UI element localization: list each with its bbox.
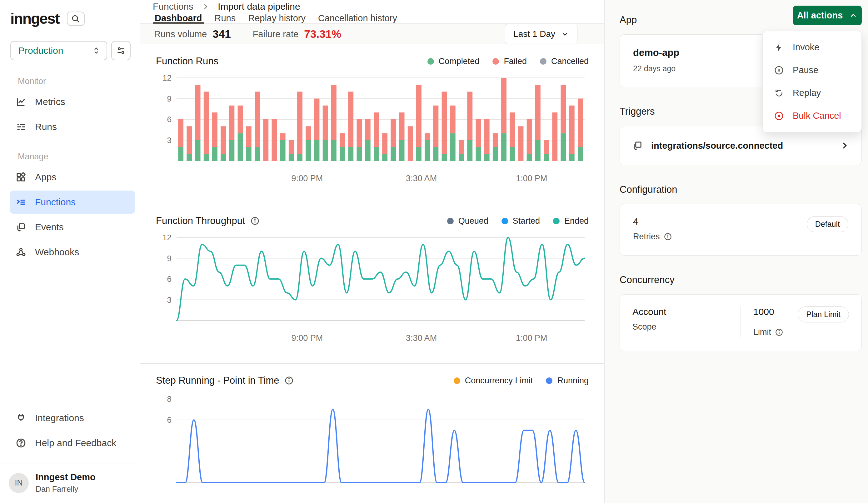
- user-info: Inngest Demo Dan Farrelly: [35, 472, 96, 494]
- svg-text:3: 3: [167, 295, 172, 305]
- search-icon: [71, 14, 80, 23]
- menu-item-replay[interactable]: Replay: [763, 82, 861, 104]
- info-icon[interactable]: [664, 233, 672, 241]
- user-subtitle: Dan Farrelly: [35, 484, 96, 494]
- step-running-chart: 68: [156, 391, 587, 503]
- svg-text:3:30 AM: 3:30 AM: [406, 333, 437, 343]
- chevron-right-icon: [202, 2, 210, 11]
- sidebar-item-integrations[interactable]: Integrations: [10, 407, 135, 430]
- events-windows-icon: [16, 222, 26, 233]
- legend-concurrency-limit: Concurrency Limit: [454, 376, 533, 386]
- breadcrumb-current: Import data pipeline: [218, 1, 300, 12]
- replay-arrow-icon: [774, 88, 784, 98]
- sidebar-item-label: Integrations: [35, 413, 84, 423]
- tab-cancellation-history[interactable]: Cancellation history: [312, 13, 403, 23]
- started-dot: [502, 218, 508, 224]
- user-name: Inngest Demo: [35, 472, 96, 482]
- sidebar-item-events[interactable]: Events: [10, 216, 135, 239]
- search-button[interactable]: [67, 12, 85, 26]
- sidebar-item-help[interactable]: Help and Feedback: [10, 431, 135, 454]
- svg-text:6: 6: [167, 115, 172, 124]
- chevron-updown-icon: [92, 46, 101, 55]
- info-icon[interactable]: [284, 376, 294, 385]
- breadcrumb: Functions Import data pipeline: [153, 1, 300, 12]
- sidebar-item-webhooks[interactable]: Webhooks: [10, 240, 135, 264]
- sliders-icon: [116, 45, 126, 55]
- bolt-icon: [774, 42, 784, 52]
- chevron-down-icon: [561, 30, 569, 38]
- menu-item-bulk-cancel[interactable]: Bulk Cancel: [763, 104, 861, 127]
- info-icon[interactable]: [250, 216, 260, 226]
- step-running-title: Step Running - Point in Time: [156, 375, 279, 386]
- svg-text:12: 12: [163, 233, 172, 242]
- ended-dot: [553, 218, 560, 224]
- sidebar-section-monitor: Monitor: [18, 76, 140, 86]
- user-menu[interactable]: IN Inngest Demo Dan Farrelly: [0, 464, 140, 503]
- all-actions-button[interactable]: All actions: [793, 6, 862, 25]
- sidebar-item-functions[interactable]: Functions: [10, 191, 135, 214]
- topbar: Functions Import data pipeline: [140, 0, 604, 13]
- all-actions-label: All actions: [797, 10, 843, 21]
- function-throughput-legend: Queued Started Ended: [447, 216, 589, 226]
- retries-block: 4 Retries: [633, 216, 672, 242]
- function-runs-header: Function Runs Completed Failed Cancelled: [156, 55, 589, 67]
- stat-failure-rate: Failure rate 73.31%: [253, 28, 341, 40]
- sidebar-item-label: Apps: [35, 172, 56, 183]
- default-badge: Default: [807, 216, 848, 232]
- sidebar-item-label: Help and Feedback: [35, 438, 116, 448]
- event-copy-icon: [632, 140, 643, 151]
- sidebar-item-label: Metrics: [35, 96, 65, 107]
- menu-item-label: Pause: [793, 65, 818, 75]
- time-range-select[interactable]: Last 1 Day: [505, 24, 577, 44]
- x-circle-icon: [774, 111, 784, 121]
- svg-text:9:00 PM: 9:00 PM: [291, 174, 323, 183]
- sidebar-item-runs[interactable]: Runs: [10, 115, 135, 138]
- tab-dashboard[interactable]: Dashboard: [148, 13, 208, 23]
- inngest-dashboard: inngest Production Monitor: [0, 0, 868, 503]
- environment-filter-button[interactable]: [111, 41, 131, 60]
- sidebar-item-label: Events: [35, 222, 64, 233]
- sidebar-item-label: Webhooks: [35, 247, 79, 257]
- runs-volume-value: 341: [213, 28, 230, 40]
- failure-rate-label: Failure rate: [253, 29, 299, 39]
- menu-item-label: Invoke: [793, 42, 819, 52]
- chart-line-icon: [16, 96, 26, 107]
- breadcrumb-functions-link[interactable]: Functions: [153, 1, 194, 12]
- tab-replay-history[interactable]: Replay history: [242, 13, 312, 23]
- step-running-header: Step Running - Point in Time Concurrency…: [156, 375, 589, 386]
- sidebar-item-metrics[interactable]: Metrics: [10, 90, 135, 113]
- svg-text:9: 9: [167, 94, 172, 103]
- function-runs-card: Function Runs Completed Failed Cancelled…: [140, 44, 604, 204]
- menu-item-pause[interactable]: Pause: [763, 59, 861, 82]
- main-content: Functions Import data pipeline Dashboard…: [140, 0, 604, 503]
- svg-text:6: 6: [167, 274, 172, 284]
- stat-runs-volume: Runs volume 341: [154, 28, 231, 40]
- function-throughput-header: Function Throughput Queued Started Ended: [156, 215, 589, 226]
- environment-select[interactable]: Production: [10, 41, 107, 60]
- logo-row: inngest: [0, 0, 140, 27]
- concurrency-scope-block: Account Scope: [620, 307, 741, 337]
- menu-item-label: Bulk Cancel: [793, 111, 841, 121]
- concurrency-heading: Concurrency: [620, 274, 862, 286]
- sidebar-item-apps[interactable]: Apps: [10, 166, 135, 189]
- svg-text:12: 12: [163, 73, 172, 82]
- menu-item-invoke[interactable]: Invoke: [763, 36, 861, 59]
- limit-value: 1000: [753, 307, 774, 317]
- concurrency-limit-dot: [454, 377, 460, 384]
- svg-text:1:00 PM: 1:00 PM: [516, 174, 547, 183]
- functions-list-icon: [16, 197, 26, 207]
- apps-grid-icon: [16, 172, 26, 183]
- list-runs-icon: [16, 122, 26, 132]
- tab-runs[interactable]: Runs: [208, 13, 242, 23]
- sidebar-spacer: [0, 265, 140, 406]
- configuration-heading: Configuration: [620, 184, 862, 195]
- queued-dot: [447, 218, 454, 224]
- scope-label: Scope: [632, 322, 728, 332]
- svg-text:8: 8: [167, 394, 172, 404]
- info-icon[interactable]: [775, 328, 783, 337]
- time-range-value: Last 1 Day: [513, 29, 555, 39]
- svg-text:1:00 PM: 1:00 PM: [516, 333, 547, 343]
- legend-started: Started: [502, 216, 540, 226]
- svg-text:9: 9: [167, 254, 172, 263]
- function-throughput-chart: 369129:00 PM3:30 AM1:00 PM: [156, 231, 587, 350]
